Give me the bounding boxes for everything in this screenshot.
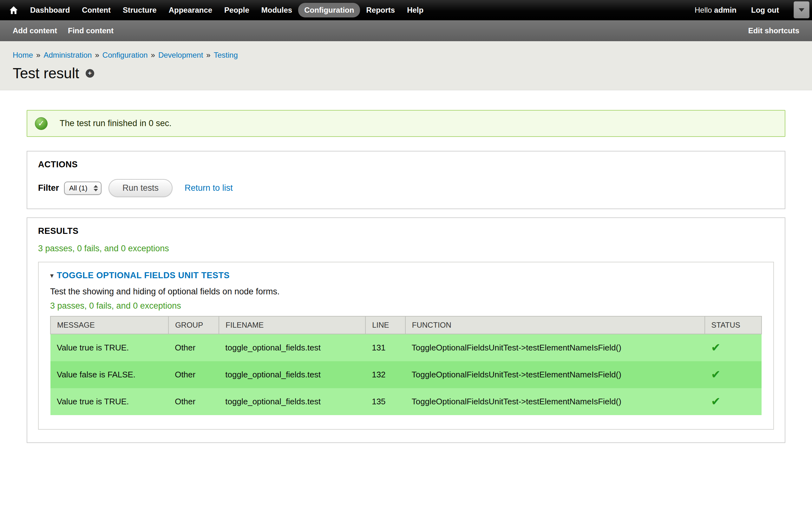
user-greeting: Hello admin [695, 6, 737, 14]
cell-message: Value true is TRUE. [50, 334, 168, 361]
toolbar-toggle-button[interactable] [794, 1, 809, 18]
breadcrumb-separator: » [36, 51, 40, 60]
home-icon [9, 6, 18, 14]
breadcrumb-development[interactable]: Development [158, 51, 203, 60]
cell-group: Other [168, 361, 219, 388]
test-group-fieldset: ▾ TOGGLE OPTIONAL FIELDS UNIT TESTS Test… [38, 262, 774, 430]
cell-status: ✔ [705, 388, 762, 415]
cell-line: 131 [365, 334, 405, 361]
pass-check-icon: ✔ [711, 395, 721, 408]
menu-item-structure[interactable]: Structure [117, 3, 163, 17]
shortcut-toggle-icon[interactable]: + [86, 69, 94, 78]
menu-item-content[interactable]: Content [76, 3, 117, 17]
filter-select-value: All (1) [69, 184, 87, 192]
cell-function: ToggleOptionalFieldsUnitTest->testElemen… [405, 361, 705, 388]
header-status: STATUS [705, 316, 762, 334]
admin-menu: Dashboard Content Structure Appearance P… [6, 2, 429, 18]
cell-line: 132 [365, 361, 405, 388]
menu-item-appearance[interactable]: Appearance [163, 3, 218, 17]
table-row: Value true is TRUE. Other toggle_optiona… [50, 388, 762, 415]
cell-group: Other [168, 334, 219, 361]
test-group-toggle[interactable]: ▾ TOGGLE OPTIONAL FIELDS UNIT TESTS [50, 271, 762, 280]
logout-link[interactable]: Log out [751, 6, 779, 14]
select-stepper-icon [94, 185, 98, 191]
status-message: ✓ The test run finished in 0 sec. [27, 110, 785, 137]
header-filename: FILENAME [219, 316, 365, 334]
actions-legend: ACTIONS [38, 160, 774, 170]
breadcrumb-separator: » [206, 51, 210, 60]
chevron-down-icon [799, 8, 804, 12]
cell-status: ✔ [705, 361, 762, 388]
collapse-arrow-icon: ▾ [50, 272, 54, 279]
results-summary: 3 passes, 0 fails, and 0 exceptions [38, 244, 774, 253]
breadcrumb-separator: » [151, 51, 155, 60]
menu-item-people[interactable]: People [218, 3, 255, 17]
return-to-list-link[interactable]: Return to list [185, 183, 233, 193]
shortcut-add-content[interactable]: Add content [13, 26, 57, 35]
menu-item-configuration[interactable]: Configuration [298, 3, 360, 17]
shortcut-bar: Add content Find content Edit shortcuts [0, 20, 812, 41]
breadcrumb-configuration[interactable]: Configuration [102, 51, 148, 60]
cell-filename: toggle_optional_fields.test [219, 361, 365, 388]
filter-label: Filter [38, 183, 59, 193]
cell-line: 135 [365, 388, 405, 415]
results-panel: RESULTS 3 passes, 0 fails, and 0 excepti… [27, 217, 785, 443]
test-group-summary: 3 passes, 0 fails, and 0 exceptions [50, 301, 762, 311]
header-message: MESSAGE [50, 316, 168, 334]
cell-status: ✔ [705, 334, 762, 361]
pass-check-icon: ✔ [711, 341, 721, 354]
test-group-title[interactable]: TOGGLE OPTIONAL FIELDS UNIT TESTS [57, 271, 230, 280]
plus-glyph: + [88, 70, 92, 76]
breadcrumb: Home » Administration » Configuration » … [13, 51, 799, 60]
actions-row: Filter All (1) Run tests Return to list [38, 179, 774, 197]
page-title: Test result + [13, 65, 799, 82]
breadcrumb-home[interactable]: Home [13, 51, 33, 60]
cell-function: ToggleOptionalFieldsUnitTest->testElemen… [405, 334, 705, 361]
cell-message: Value true is TRUE. [50, 388, 168, 415]
header-function: FUNCTION [405, 316, 705, 334]
table-row: Value false is FALSE. Other toggle_optio… [50, 361, 762, 388]
breadcrumb-testing[interactable]: Testing [214, 51, 238, 60]
actions-panel: ACTIONS Filter All (1) Run tests Return … [27, 151, 785, 209]
admin-toolbar: Dashboard Content Structure Appearance P… [0, 0, 812, 20]
check-glyph: ✓ [38, 118, 45, 128]
cell-group: Other [168, 388, 219, 415]
menu-item-reports[interactable]: Reports [360, 3, 401, 17]
cell-message: Value false is FALSE. [50, 361, 168, 388]
test-group-description: Test the showing and hiding of optional … [50, 287, 762, 297]
table-header-row: MESSAGE GROUP FILENAME LINE FUNCTION STA… [50, 316, 762, 334]
filter-select[interactable]: All (1) [64, 181, 101, 195]
results-legend: RESULTS [38, 226, 774, 236]
username: admin [714, 6, 737, 14]
edit-shortcuts-link[interactable]: Edit shortcuts [748, 26, 799, 35]
run-tests-button[interactable]: Run tests [108, 179, 172, 197]
breadcrumb-separator: » [95, 51, 99, 60]
menu-item-modules[interactable]: Modules [255, 3, 298, 17]
breadcrumb-administration[interactable]: Administration [44, 51, 92, 60]
menu-item-dashboard[interactable]: Dashboard [24, 3, 76, 17]
toolbar-user-area: Hello admin Log out [695, 6, 806, 14]
shortcut-find-content[interactable]: Find content [68, 26, 113, 35]
cell-filename: toggle_optional_fields.test [219, 388, 365, 415]
success-icon: ✓ [35, 117, 48, 130]
header-group: GROUP [168, 316, 219, 334]
header-line: LINE [365, 316, 405, 334]
results-table: MESSAGE GROUP FILENAME LINE FUNCTION STA… [50, 316, 762, 415]
admin-menu-items: Dashboard Content Structure Appearance P… [24, 3, 429, 17]
menu-item-help[interactable]: Help [401, 3, 429, 17]
cell-function: ToggleOptionalFieldsUnitTest->testElemen… [405, 388, 705, 415]
greeting-prefix: Hello [695, 6, 712, 14]
pass-check-icon: ✔ [711, 368, 721, 381]
status-message-text: The test run finished in 0 sec. [60, 118, 171, 128]
main-content: ✓ The test run finished in 0 sec. ACTION… [0, 110, 812, 481]
table-row: Value true is TRUE. Other toggle_optiona… [50, 334, 762, 361]
page-title-text: Test result [13, 65, 79, 82]
cell-filename: toggle_optional_fields.test [219, 334, 365, 361]
home-button[interactable] [6, 2, 21, 18]
page-header: Home » Administration » Configuration » … [0, 41, 812, 90]
